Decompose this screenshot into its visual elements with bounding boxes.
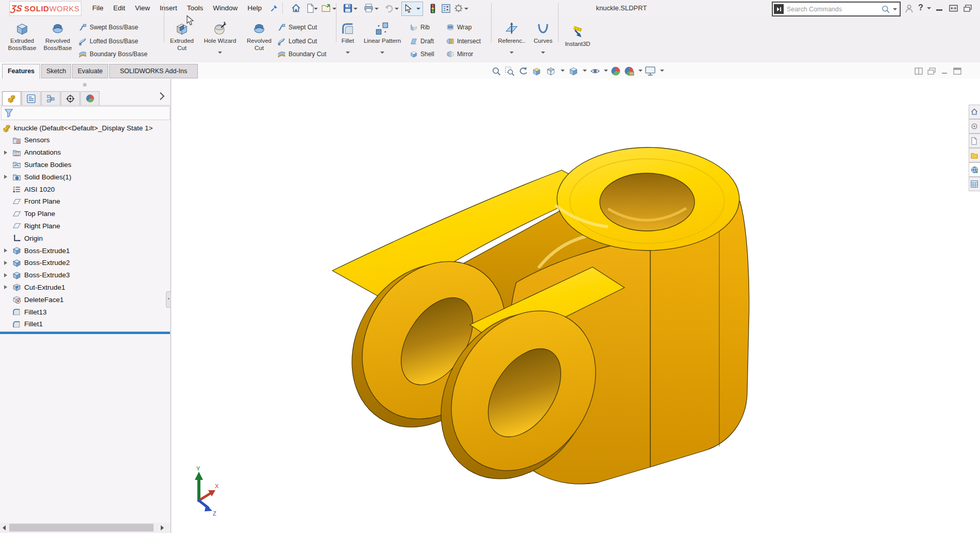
scroll-right-arrow[interactable] xyxy=(161,525,164,530)
pane-split-icon[interactable] xyxy=(913,65,924,77)
tree-item-fillet13[interactable]: Fillet13 xyxy=(0,306,170,318)
curves-dropdown-arrow[interactable] xyxy=(541,52,545,54)
home-icon[interactable] xyxy=(290,2,302,14)
swept-boss-button[interactable]: Swept Boss/Base xyxy=(78,22,138,33)
help-icon[interactable]: ? xyxy=(918,3,923,12)
curves-button[interactable]: Curves xyxy=(530,19,556,61)
rollback-bar[interactable] xyxy=(0,331,170,334)
featuremanager-design-tree-tab[interactable] xyxy=(2,91,21,106)
tab-solidworks-add-ins[interactable]: SOLIDWORKS Add-Ins xyxy=(109,64,198,78)
open-icon[interactable] xyxy=(320,2,333,14)
minimize-window-icon[interactable] xyxy=(936,9,942,11)
hide-show-dropdown-arrow[interactable] xyxy=(604,70,608,72)
cascade-window-icon[interactable] xyxy=(961,2,974,14)
search-dropdown-arrow[interactable] xyxy=(893,8,897,10)
fillet-button[interactable]: Fillet xyxy=(337,19,358,61)
panel-splitter-grip[interactable] xyxy=(166,291,171,308)
view-settings-dropdown-arrow[interactable] xyxy=(660,70,664,72)
display-manager-tab[interactable] xyxy=(80,91,99,106)
tree-item-deleteface1[interactable]: DeleteFace1 xyxy=(0,294,170,306)
expand-arrow[interactable] xyxy=(4,151,7,155)
new-dropdown-arrow[interactable] xyxy=(314,8,318,10)
search-input[interactable] xyxy=(784,6,881,13)
draft-button[interactable]: Draft xyxy=(410,36,434,47)
panel-expand-chevron[interactable] xyxy=(157,92,165,101)
tree-item-boss-extrude2[interactable]: Boss-Extrude2 xyxy=(0,257,170,269)
shell-button[interactable]: Shell xyxy=(410,48,434,60)
fillet-dropdown-arrow[interactable] xyxy=(346,52,350,54)
menu-tools[interactable]: Tools xyxy=(185,1,205,16)
menu-insert[interactable]: Insert xyxy=(158,1,179,16)
pane-expand-icon[interactable] xyxy=(952,65,963,77)
pin-menu-icon[interactable] xyxy=(268,2,280,14)
tree-item-front-plane[interactable]: Front Plane xyxy=(0,196,170,208)
restore-window-icon[interactable] xyxy=(947,2,959,14)
tree-filter-bar[interactable] xyxy=(1,106,170,120)
previous-view-icon[interactable] xyxy=(517,65,529,77)
swept-cut-button[interactable]: Swept Cut xyxy=(277,22,317,33)
search-magnifier-icon[interactable] xyxy=(881,5,890,14)
tree-item-top-plane[interactable]: Top Plane xyxy=(0,208,170,220)
menu-view[interactable]: View xyxy=(133,1,151,16)
display-style-icon[interactable] xyxy=(568,65,579,77)
tree-item-right-plane[interactable]: Right Plane xyxy=(0,220,170,232)
reference-geometry-button[interactable]: Referenc.. xyxy=(495,19,529,61)
property-manager-tab[interactable] xyxy=(22,91,41,106)
tree-item-boss-extrude3[interactable]: Boss-Extrude3 xyxy=(0,270,170,281)
panel-collapse-handle[interactable] xyxy=(83,83,87,87)
zoom-to-fit-icon[interactable] xyxy=(491,65,502,77)
help-dropdown-arrow[interactable] xyxy=(927,7,931,9)
tree-item-cut-extrude1[interactable]: Cut-Extrude1 xyxy=(0,281,170,293)
search-commands-box[interactable] xyxy=(772,2,901,16)
revolved-cut-button[interactable]: Revolved Cut xyxy=(244,19,274,61)
rebuild-traffic-light-icon[interactable] xyxy=(427,2,439,14)
select-tool-button[interactable] xyxy=(401,2,423,16)
hole-wizard-dropdown-arrow[interactable] xyxy=(218,52,222,54)
undo-icon[interactable] xyxy=(383,2,395,14)
intersect-button[interactable]: Intersect xyxy=(446,36,481,47)
tree-item-solid-bodies[interactable]: Solid Bodies(1) xyxy=(0,171,170,183)
dimxpert-manager-tab[interactable] xyxy=(61,91,80,106)
extruded-boss-button[interactable]: Extruded Boss/Base xyxy=(7,19,37,61)
save-dropdown-arrow[interactable] xyxy=(353,8,358,10)
wrap-button[interactable]: Wrap xyxy=(446,22,471,33)
menu-help[interactable]: Help xyxy=(246,1,263,16)
expand-arrow[interactable] xyxy=(4,261,7,265)
task-pane-design-library-icon[interactable] xyxy=(969,134,980,148)
section-view-icon[interactable] xyxy=(531,65,542,77)
save-icon[interactable] xyxy=(342,2,354,14)
task-pane-file-explorer-icon[interactable] xyxy=(969,148,980,162)
zoom-to-area-icon[interactable] xyxy=(504,65,515,77)
print-icon[interactable] xyxy=(362,2,375,14)
instant3d-button[interactable]: Instant3D xyxy=(561,21,594,63)
mirror-button[interactable]: Mirror xyxy=(446,48,473,60)
display-style-dropdown-arrow[interactable] xyxy=(583,70,587,72)
scroll-left-arrow[interactable] xyxy=(3,525,6,530)
settings-dropdown-arrow[interactable] xyxy=(464,8,468,10)
undo-dropdown-arrow[interactable] xyxy=(395,8,399,10)
task-pane-appearances-icon[interactable] xyxy=(969,177,980,191)
lofted-boss-button[interactable]: Lofted Boss/Base xyxy=(78,36,138,47)
task-pane-view-palette-icon[interactable] xyxy=(969,162,980,177)
configuration-manager-tab[interactable] xyxy=(41,91,60,106)
panel-horizontal-scrollbar[interactable] xyxy=(0,523,170,533)
options-list-icon[interactable] xyxy=(440,2,452,14)
expand-arrow[interactable] xyxy=(4,285,7,289)
tree-item-boss-extrude1[interactable]: Boss-Extrude1 xyxy=(0,245,170,257)
print-dropdown-arrow[interactable] xyxy=(375,8,379,10)
tree-root-item[interactable]: knuckle (Default<<Default>_Display State… xyxy=(0,122,170,134)
menu-file[interactable]: File xyxy=(91,1,105,16)
task-pane-solidworks-resources-icon[interactable] xyxy=(969,119,980,134)
lofted-cut-button[interactable]: Lofted Cut xyxy=(277,36,317,47)
menu-window[interactable]: Window xyxy=(211,1,239,16)
menu-edit[interactable]: Edit xyxy=(112,1,127,16)
select-dropdown-arrow[interactable] xyxy=(416,8,420,10)
settings-gear-icon[interactable] xyxy=(452,2,465,14)
knuckle-3d-model[interactable] xyxy=(330,131,752,487)
expand-arrow[interactable] xyxy=(4,248,7,253)
tree-item-sensors[interactable]: Sensors xyxy=(0,135,170,146)
boundary-cut-button[interactable]: Boundary Cut xyxy=(277,48,326,60)
apply-scene-dropdown-arrow[interactable] xyxy=(638,70,643,72)
tree-item-annotations[interactable]: A Annotations xyxy=(0,147,170,159)
linear-pattern-dropdown-arrow[interactable] xyxy=(380,52,384,54)
